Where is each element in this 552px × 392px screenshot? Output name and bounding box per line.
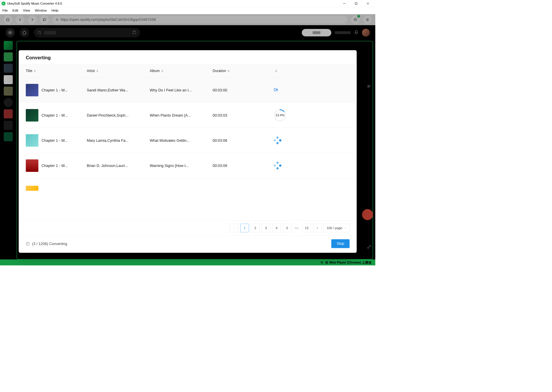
placeholder-blur: [44, 31, 56, 34]
chevron-down-icon: [344, 227, 347, 229]
browse-icon: [132, 30, 137, 34]
spotify-logo[interactable]: [5, 28, 15, 38]
page-last-button[interactable]: 13: [302, 224, 311, 232]
spotify-upgrade-pill[interactable]: [302, 29, 331, 36]
page-prev-button[interactable]: [230, 224, 238, 232]
title-bar: UkeySoft Spotify Music Converter 4.9.0: [0, 0, 375, 7]
page-3-button[interactable]: 3: [262, 224, 270, 232]
svg-point-7: [367, 19, 368, 20]
settings-button[interactable]: [363, 15, 372, 24]
sidebar-thumb[interactable]: [4, 52, 13, 61]
placeholder-blur: [335, 31, 350, 34]
search-icon: [37, 30, 42, 35]
page-ellipsis[interactable]: •••: [293, 226, 300, 230]
album-cover: [26, 134, 38, 147]
gear-icon: [365, 18, 369, 22]
column-header-title[interactable]: Title: [26, 69, 87, 73]
sidebar-thumb[interactable]: [4, 98, 13, 107]
sidebar-thumb[interactable]: [4, 109, 13, 118]
dialog-title: Converting: [19, 50, 357, 65]
table-body[interactable]: Chapter 1 - W...Sandi Mann,Esther Wa...W…: [19, 78, 357, 220]
url-bar[interactable]: https://open.spotify.com/playlist/0laCsk…: [52, 16, 347, 23]
page-size-label: 100 / page: [327, 226, 343, 230]
cell-duration: 00:03:00: [213, 88, 274, 92]
svg-rect-2: [355, 3, 357, 5]
cell-duration: 00:03:06: [213, 138, 274, 143]
spotify-search-bar[interactable]: [34, 28, 140, 38]
page-size-select[interactable]: 100 / page: [323, 224, 349, 232]
cell-status: [274, 87, 305, 93]
cell-artist: Sandi Mann,Esther Wa...: [87, 88, 150, 92]
table-row: Chapter 1 - W...Daniel Pinchbeck,Soph...…: [19, 103, 357, 128]
page-4-button[interactable]: 4: [272, 224, 281, 232]
album-cover: [26, 109, 38, 122]
footer-status-text: (3 / 1206) Converting: [32, 242, 67, 246]
user-avatar[interactable]: [362, 29, 370, 36]
sidebar-thumb[interactable]: [4, 132, 13, 141]
svg-rect-10: [133, 31, 136, 34]
menu-file[interactable]: File: [2, 9, 8, 13]
column-header-status[interactable]: [274, 69, 305, 73]
sidebar-thumb[interactable]: [4, 121, 13, 130]
page-5-button[interactable]: 5: [283, 224, 292, 232]
app-title: UkeySoft Spotify Music Converter 4.9.0: [7, 2, 62, 5]
pagination: 1 2 3 4 5 ••• 13 100 / page: [19, 220, 357, 235]
floating-add-button[interactable]: [362, 209, 373, 220]
column-header-artist[interactable]: Artist: [87, 69, 150, 73]
cell-title: Chapter 1 - W...: [41, 138, 81, 143]
page-1-button[interactable]: 1: [240, 224, 249, 232]
menu-window[interactable]: Window: [35, 9, 47, 13]
table-header: Title Artist Album Duration: [19, 65, 357, 78]
column-header-album[interactable]: Album: [150, 69, 213, 73]
menu-help[interactable]: Help: [51, 9, 58, 13]
cell-artist: Mary Lamia,Cynthia Fa...: [87, 138, 150, 143]
sidebar-thumb[interactable]: [4, 75, 13, 84]
stop-button[interactable]: Stop: [331, 239, 349, 248]
loading-indicator: [274, 162, 281, 170]
album-cover: [26, 186, 38, 191]
album-cover: [26, 159, 38, 172]
table-row: Chapter 1 - W...Sandi Mann,Esther Wa...W…: [19, 78, 357, 103]
menu-edit[interactable]: Edit: [12, 9, 18, 13]
reload-button[interactable]: [40, 15, 49, 24]
cell-title: Chapter 1 - W...: [41, 163, 81, 168]
cell-duration: 00:03:06: [213, 163, 274, 168]
sidebar-library-icon[interactable]: [4, 41, 13, 50]
progress-ring: 13.4%: [274, 109, 286, 122]
cell-status: 13.4%: [274, 109, 305, 122]
cell-status: [274, 137, 305, 144]
cell-album: Warning Signs [How t...: [150, 163, 213, 168]
speaker-icon: [320, 261, 324, 264]
spotify-home-button[interactable]: [20, 28, 29, 38]
back-button[interactable]: [16, 15, 24, 24]
cell-artist: Brian D. Johnson,Lauri...: [87, 163, 150, 168]
browser-toolbar: https://open.spotify.com/playlist/0laCsk…: [0, 14, 375, 25]
menu-view[interactable]: View: [23, 9, 30, 13]
page-next-button[interactable]: [313, 224, 322, 232]
sidebar-thumb[interactable]: [4, 64, 13, 73]
cell-album: When Plants Dream [A...: [150, 113, 213, 117]
menu-bar: File Edit View Window Help: [0, 7, 375, 14]
svg-point-18: [27, 243, 28, 243]
window-close-button[interactable]: [362, 0, 374, 7]
info-icon: [26, 242, 30, 246]
url-text: https://open.spotify.com/playlist/0laCsk…: [60, 18, 156, 22]
page-2-button[interactable]: 2: [251, 224, 260, 232]
expand-icon[interactable]: [367, 245, 371, 250]
notification-bell-icon[interactable]: [354, 30, 358, 35]
window-maximize-button[interactable]: [350, 0, 362, 7]
album-cover: [26, 84, 38, 96]
cell-album: Why Do I Feel Like an I...: [150, 88, 213, 92]
window-minimize-button[interactable]: [338, 0, 350, 7]
open-folder-icon[interactable]: [274, 87, 301, 93]
history-button[interactable]: 1: [351, 15, 360, 24]
queue-icon[interactable]: [367, 84, 371, 89]
dialog-footer: (3 / 1206) Converting Stop: [19, 235, 357, 253]
converting-dialog: Converting Title Artist Album Duration C…: [19, 50, 357, 253]
column-header-duration[interactable]: Duration: [213, 69, 274, 73]
progress-text: 13.4%: [274, 109, 286, 122]
home-button[interactable]: [3, 15, 12, 24]
sidebar-thumb[interactable]: [4, 87, 13, 95]
history-badge-count: 1: [357, 15, 360, 18]
forward-button[interactable]: [28, 15, 37, 24]
